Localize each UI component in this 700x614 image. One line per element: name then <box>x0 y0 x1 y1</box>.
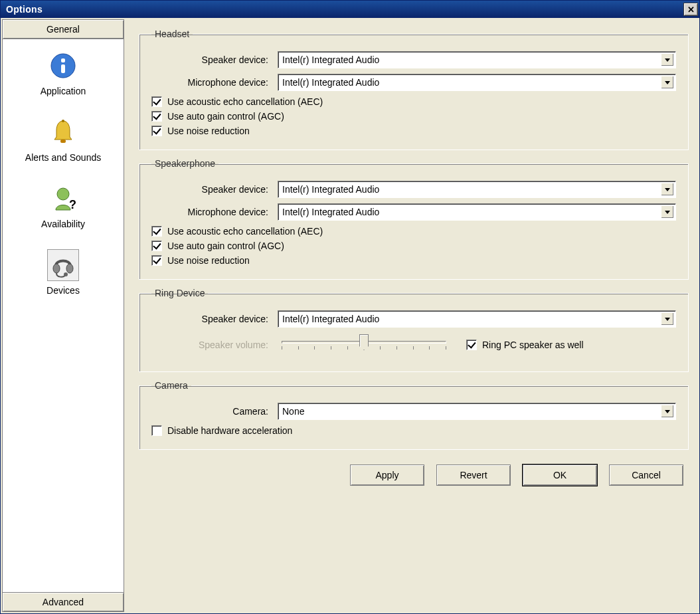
apply-button[interactable]: Apply <box>350 464 424 486</box>
dropdown-value: Intel(r) Integrated Audio <box>282 207 379 217</box>
checkbox-label: Use acoustic echo cancellation (AEC) <box>167 96 323 107</box>
main-panel: Headset Speaker device: Intel(r) Integra… <box>130 19 698 612</box>
group-legend: Ring Device <box>151 288 208 298</box>
group-headset: Headset Speaker device: Intel(r) Integra… <box>139 29 689 150</box>
sidebar-items: Application Alerts and Sounds <box>3 39 124 592</box>
speakerphone-mic-label: Microphone device: <box>151 207 278 217</box>
speakerphone-aec-checkbox[interactable] <box>151 226 162 237</box>
sidebar-category-advanced[interactable]: Advanced <box>3 592 124 611</box>
group-legend: Speakerphone <box>151 158 219 169</box>
dropdown-value: Intel(r) Integrated Audio <box>282 54 379 65</box>
svg-rect-4 <box>60 140 66 143</box>
chevron-down-icon <box>661 205 674 219</box>
close-button[interactable]: ✕ <box>683 3 698 16</box>
bell-icon <box>47 116 79 148</box>
checkbox-label: Ring PC speaker as well <box>482 340 584 350</box>
chevron-down-icon <box>661 53 674 66</box>
svg-rect-2 <box>61 58 65 62</box>
svg-point-9 <box>66 264 73 273</box>
dropdown-value: Intel(r) Integrated Audio <box>282 314 379 324</box>
svg-rect-5 <box>62 120 64 122</box>
group-legend: Headset <box>151 29 193 39</box>
sidebar-item-label: Devices <box>46 285 80 296</box>
window-title: Options <box>6 4 43 15</box>
chevron-down-icon <box>661 183 674 196</box>
sidebar-item-application[interactable]: Application <box>38 47 89 99</box>
button-bar: Apply Revert OK Cancel <box>139 458 689 488</box>
svg-point-10 <box>64 272 68 276</box>
speakerphone-nr-checkbox[interactable] <box>151 255 162 266</box>
dropdown-value: None <box>282 406 304 417</box>
checkbox-label: Use noise reduction <box>167 255 250 266</box>
group-ring-device: Ring Device Speaker device: Intel(r) Int… <box>139 288 689 372</box>
svg-text:?: ? <box>69 198 76 211</box>
ok-button[interactable]: OK <box>523 464 597 486</box>
ring-speaker-label: Speaker device: <box>151 314 278 324</box>
revert-button[interactable]: Revert <box>436 464 511 486</box>
checkbox-label: Disable hardware acceleration <box>167 425 292 436</box>
disable-hw-accel-checkbox[interactable] <box>151 425 162 436</box>
headset-mic-label: Microphone device: <box>151 77 278 88</box>
headset-mic-dropdown[interactable]: Intel(r) Integrated Audio <box>278 74 676 91</box>
dropdown-value: Intel(r) Integrated Audio <box>282 77 379 88</box>
group-speakerphone: Speakerphone Speaker device: Intel(r) In… <box>139 158 689 280</box>
chevron-down-icon <box>661 312 674 326</box>
sidebar-item-alerts[interactable]: Alerts and Sounds <box>23 114 104 165</box>
headset-agc-checkbox[interactable] <box>151 111 162 122</box>
speakerphone-speaker-dropdown[interactable]: Intel(r) Integrated Audio <box>278 181 676 198</box>
sidebar-item-label: Application <box>41 86 86 96</box>
sidebar-item-label: Alerts and Sounds <box>25 152 101 163</box>
sidebar-item-availability[interactable]: ? Availability <box>39 180 88 232</box>
svg-point-6 <box>57 188 69 200</box>
sidebar-item-label: Availability <box>41 219 85 229</box>
cancel-button[interactable]: Cancel <box>609 464 683 486</box>
svg-rect-3 <box>61 64 65 73</box>
headset-nr-checkbox[interactable] <box>151 126 162 136</box>
options-window: Options ✕ General Application <box>0 0 700 614</box>
ring-volume-label: Speaker volume: <box>151 340 278 350</box>
headset-speaker-dropdown[interactable]: Intel(r) Integrated Audio <box>278 51 676 68</box>
ring-pc-speaker-checkbox[interactable] <box>466 340 477 350</box>
chevron-down-icon <box>661 405 674 418</box>
group-legend: Camera <box>151 380 191 391</box>
window-body: General Application <box>1 18 699 613</box>
checkbox-label: Use acoustic echo cancellation (AEC) <box>167 226 323 237</box>
headset-icon <box>47 249 79 281</box>
speakerphone-mic-dropdown[interactable]: Intel(r) Integrated Audio <box>278 203 676 221</box>
application-icon <box>47 50 79 82</box>
dropdown-value: Intel(r) Integrated Audio <box>282 184 379 195</box>
ring-volume-slider[interactable] <box>278 333 450 357</box>
camera-label: Camera: <box>151 406 278 417</box>
speakerphone-agc-checkbox[interactable] <box>151 241 162 251</box>
checkbox-label: Use auto gain control (AGC) <box>167 241 284 251</box>
svg-point-8 <box>53 264 60 273</box>
titlebar: Options ✕ <box>1 1 699 18</box>
checkbox-label: Use auto gain control (AGC) <box>167 111 284 122</box>
group-camera: Camera Camera: None Disable hardware acc… <box>139 380 689 450</box>
sidebar-category-general[interactable]: General <box>3 20 124 39</box>
headset-aec-checkbox[interactable] <box>151 96 162 107</box>
camera-dropdown[interactable]: None <box>278 403 676 420</box>
chevron-down-icon <box>661 76 674 89</box>
sidebar: General Application <box>2 19 124 612</box>
ring-speaker-dropdown[interactable]: Intel(r) Integrated Audio <box>278 310 676 328</box>
speakerphone-speaker-label: Speaker device: <box>151 184 278 195</box>
close-icon: ✕ <box>687 5 695 15</box>
checkbox-label: Use noise reduction <box>167 126 250 136</box>
availability-icon: ? <box>47 183 79 215</box>
sidebar-item-devices[interactable]: Devices <box>44 247 82 298</box>
headset-speaker-label: Speaker device: <box>151 54 278 65</box>
